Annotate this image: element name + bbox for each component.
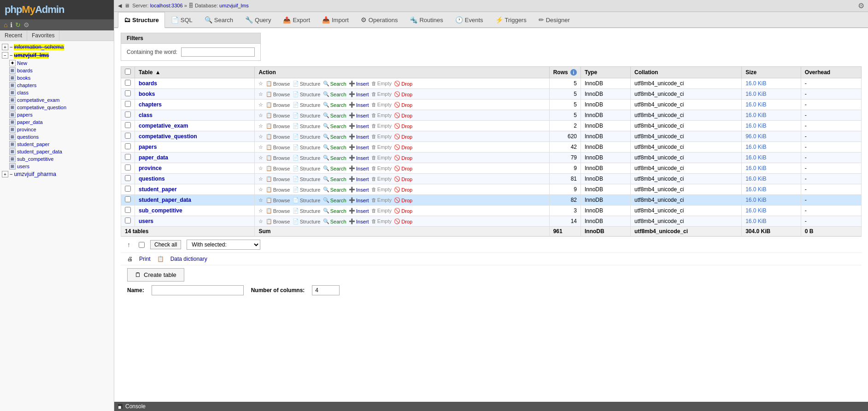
search-action[interactable]: 🔍 Search: [323, 123, 346, 129]
check-all-button[interactable]: Check all: [150, 240, 181, 249]
insert-action[interactable]: ➕ Insert: [349, 102, 369, 108]
browse-action[interactable]: 📋 Browse: [266, 165, 290, 171]
empty-action[interactable]: 🗑 Empty: [371, 112, 392, 118]
browse-action[interactable]: 📋 Browse: [266, 81, 290, 87]
search-action[interactable]: 🔍 Search: [323, 197, 346, 203]
row-checkbox[interactable]: [125, 112, 131, 117]
insert-action[interactable]: ➕ Insert: [349, 144, 369, 150]
settings-icon[interactable]: ⚙: [23, 21, 29, 29]
bookmark-icon[interactable]: ☆: [258, 134, 263, 140]
drop-action[interactable]: 🚫 Drop: [394, 218, 412, 224]
search-action[interactable]: 🔍 Search: [323, 155, 346, 161]
table-name-link[interactable]: sub_competitive: [139, 207, 182, 214]
tab-designer[interactable]: ✏ Designer: [533, 12, 576, 27]
empty-action[interactable]: 🗑 Empty: [371, 144, 392, 150]
search-action[interactable]: 🔍 Search: [323, 144, 346, 150]
drop-action[interactable]: 🚫 Drop: [394, 123, 412, 129]
sidebar-table-competative-exam[interactable]: ⊞ competative_exam: [8, 96, 114, 104]
empty-action[interactable]: 🗑 Empty: [371, 176, 392, 182]
data-dict-link[interactable]: Data dictionary: [170, 256, 207, 262]
row-checkbox[interactable]: [125, 217, 131, 223]
create-table-button[interactable]: 🗒 Create table: [127, 268, 184, 282]
search-action[interactable]: 🔍 Search: [323, 176, 346, 182]
search-action[interactable]: 🔍 Search: [323, 134, 346, 140]
table-name-link[interactable]: chapters: [139, 101, 162, 108]
browse-action[interactable]: 📋 Browse: [266, 144, 290, 150]
browse-action[interactable]: 📋 Browse: [266, 155, 290, 161]
with-selected-select[interactable]: With selected: Browse Drop Empty Check t…: [187, 240, 260, 250]
insert-action[interactable]: ➕ Insert: [349, 91, 369, 97]
table-name-link[interactable]: student_paper: [139, 186, 177, 193]
sidebar-table-sub-competitive[interactable]: ⊞ sub_competitive: [8, 155, 114, 163]
empty-action[interactable]: 🗑 Empty: [371, 123, 392, 129]
search-action[interactable]: 🔍 Search: [323, 208, 346, 214]
structure-action[interactable]: 📄 Structure: [293, 134, 321, 140]
print-link[interactable]: Print: [139, 256, 151, 262]
db-entry-information-schema[interactable]: + − information_schema: [0, 43, 114, 51]
row-checkbox[interactable]: [125, 122, 131, 128]
info-icon[interactable]: ℹ: [10, 21, 12, 29]
bookmark-icon[interactable]: ☆: [258, 81, 263, 87]
table-name-link[interactable]: class: [139, 112, 152, 118]
filter-input[interactable]: [181, 47, 255, 57]
empty-action[interactable]: 🗑 Empty: [371, 81, 392, 86]
sidebar-table-class[interactable]: ⊞ class: [8, 89, 114, 96]
row-checkbox[interactable]: [125, 175, 131, 181]
tab-structure[interactable]: 🗂 Structure: [118, 12, 165, 28]
drop-action[interactable]: 🚫 Drop: [394, 155, 412, 161]
table-name-link[interactable]: province: [139, 165, 162, 171]
db-name-information-schema[interactable]: information_schema: [14, 44, 64, 50]
database-link[interactable]: umzvjuif_lms: [219, 3, 249, 8]
structure-action[interactable]: 📄 Structure: [293, 112, 321, 118]
tab-favorites[interactable]: Favorites: [27, 30, 59, 41]
structure-action[interactable]: 📄 Structure: [293, 218, 321, 224]
bookmark-icon[interactable]: ☆: [258, 187, 263, 193]
row-checkbox[interactable]: [125, 101, 131, 107]
expand-btn[interactable]: +: [2, 44, 8, 50]
drop-action[interactable]: 🚫 Drop: [394, 91, 412, 97]
search-action[interactable]: 🔍 Search: [323, 218, 346, 224]
structure-action[interactable]: 📄 Structure: [293, 208, 321, 214]
sidebar-table-student-paper-data[interactable]: ⊞ student_paper_data: [8, 148, 114, 155]
row-checkbox[interactable]: [125, 80, 131, 86]
drop-action[interactable]: 🚫 Drop: [394, 208, 412, 214]
search-action[interactable]: 🔍 Search: [323, 91, 346, 97]
insert-action[interactable]: ➕ Insert: [349, 123, 369, 129]
structure-action[interactable]: 📄 Structure: [293, 102, 321, 108]
table-name-link[interactable]: questions: [139, 176, 165, 182]
sidebar-table-chapters[interactable]: ⊞ chapters: [8, 82, 114, 89]
drop-action[interactable]: 🚫 Drop: [394, 144, 412, 150]
browse-action[interactable]: 📋 Browse: [266, 102, 290, 108]
browse-action[interactable]: 📋 Browse: [266, 112, 290, 118]
browse-action[interactable]: 📋 Browse: [266, 134, 290, 140]
search-action[interactable]: 🔍 Search: [323, 102, 346, 108]
sidebar-table-student-paper[interactable]: ⊞ student_paper: [8, 141, 114, 148]
empty-action[interactable]: 🗑 Empty: [371, 155, 392, 160]
sidebar-table-users[interactable]: ⊞ users: [8, 163, 114, 170]
structure-action[interactable]: 📄 Structure: [293, 91, 321, 97]
select-all-checkbox[interactable]: [125, 69, 131, 75]
expand-btn[interactable]: +: [2, 171, 8, 177]
insert-action[interactable]: ➕ Insert: [349, 155, 369, 161]
browse-action[interactable]: 📋 Browse: [266, 176, 290, 182]
insert-action[interactable]: ➕ Insert: [349, 187, 369, 193]
row-checkbox[interactable]: [125, 196, 131, 202]
sidebar-table-books[interactable]: ⊞ books: [8, 74, 114, 82]
table-name-link[interactable]: boards: [139, 80, 157, 87]
structure-action[interactable]: 📄 Structure: [293, 176, 321, 182]
structure-action[interactable]: 📄 Structure: [293, 165, 321, 171]
bookmark-icon[interactable]: ☆: [258, 165, 263, 171]
insert-action[interactable]: ➕ Insert: [349, 218, 369, 224]
home-icon[interactable]: ⌂: [4, 21, 7, 29]
search-action[interactable]: 🔍 Search: [323, 112, 346, 118]
tab-search[interactable]: 🔍 Search: [199, 12, 239, 27]
structure-action[interactable]: 📄 Structure: [293, 123, 321, 129]
bookmark-icon[interactable]: ☆: [258, 176, 263, 182]
tab-recent[interactable]: Recent: [0, 30, 27, 41]
drop-action[interactable]: 🚫 Drop: [394, 102, 412, 108]
drop-action[interactable]: 🚫 Drop: [394, 134, 412, 140]
browse-action[interactable]: 📋 Browse: [266, 123, 290, 129]
insert-action[interactable]: ➕ Insert: [349, 165, 369, 171]
bookmark-icon[interactable]: ☆: [258, 155, 263, 161]
structure-action[interactable]: 📄 Structure: [293, 155, 321, 161]
